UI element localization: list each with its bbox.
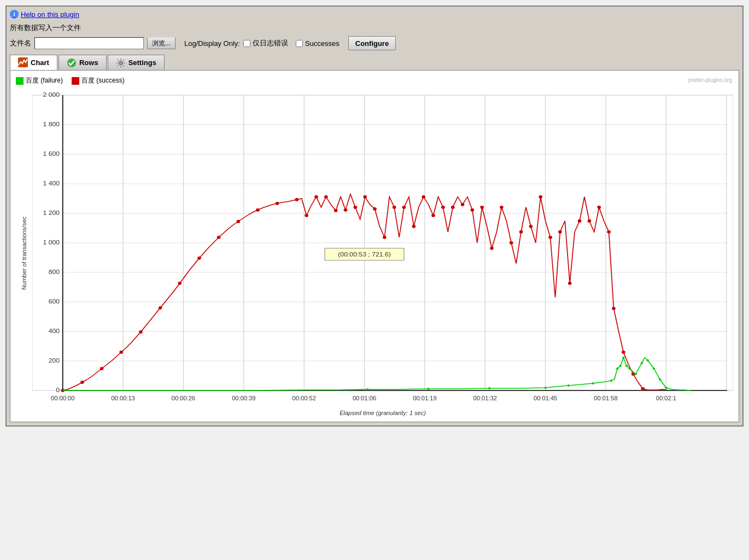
svg-text:00:01:58: 00:01:58 xyxy=(594,395,617,401)
svg-point-93 xyxy=(568,282,572,285)
checkbox-success-item[interactable]: Successes xyxy=(296,39,340,48)
checkbox-group: 仅日志错误 Successes xyxy=(243,38,340,48)
svg-point-113 xyxy=(628,368,630,370)
svg-point-117 xyxy=(653,368,655,370)
x-axis-label: Elapsed time (granularity: 1 sec) xyxy=(32,410,733,416)
svg-point-73 xyxy=(373,207,377,211)
tab-rows-label: Rows xyxy=(79,59,98,67)
svg-point-66 xyxy=(305,214,308,217)
svg-text:00:00:39: 00:00:39 xyxy=(232,395,255,401)
svg-point-83 xyxy=(471,208,475,212)
svg-text:(00:00:53 ; 721.6): (00:00:53 ; 721.6) xyxy=(338,251,391,258)
tab-settings-label: Settings xyxy=(128,59,156,67)
help-link[interactable]: i Help on this plugin xyxy=(10,10,739,19)
tab-settings[interactable]: Settings xyxy=(108,55,165,70)
svg-point-70 xyxy=(344,208,348,212)
svg-text:1 400: 1 400 xyxy=(43,180,60,186)
svg-point-84 xyxy=(480,206,484,209)
svg-point-81 xyxy=(451,206,455,209)
svg-point-55 xyxy=(100,367,104,370)
chart-panel: jmeter-plugins.org 百度 (failure) 百度 (succ… xyxy=(10,70,739,422)
svg-text:1 200: 1 200 xyxy=(43,209,60,216)
svg-point-110 xyxy=(619,365,622,367)
svg-point-97 xyxy=(607,230,611,234)
svg-point-4 xyxy=(120,62,122,64)
rows-tab-icon xyxy=(67,58,77,68)
section-title: 所有数据写入一个文件 xyxy=(10,23,739,33)
svg-text:00:00:26: 00:00:26 xyxy=(172,395,195,401)
chart-legend: 百度 (failure) 百度 (success) xyxy=(16,76,733,85)
tabs-row: Chart Rows Settings xyxy=(10,55,739,70)
svg-point-109 xyxy=(616,368,618,370)
legend-success: 百度 (success) xyxy=(72,76,125,85)
svg-point-79 xyxy=(431,214,435,217)
svg-point-65 xyxy=(295,198,299,201)
svg-point-69 xyxy=(334,209,338,212)
svg-point-82 xyxy=(461,203,465,206)
svg-point-54 xyxy=(80,381,84,384)
checkbox-success-label: Successes xyxy=(305,39,340,48)
svg-text:1 800: 1 800 xyxy=(43,121,60,127)
tab-chart-label: Chart xyxy=(31,59,49,67)
svg-point-104 xyxy=(488,387,490,389)
chart-tab-icon xyxy=(18,57,28,67)
info-icon: i xyxy=(10,10,19,19)
svg-point-75 xyxy=(393,206,396,209)
svg-point-91 xyxy=(548,236,552,239)
svg-point-102 xyxy=(366,388,368,390)
y-axis-label: Number of transactions/sec xyxy=(21,217,27,290)
svg-point-85 xyxy=(490,247,494,250)
svg-point-60 xyxy=(197,256,201,260)
svg-point-92 xyxy=(558,230,562,234)
main-panel: i Help on this plugin 所有数据写入一个文件 文件名 浏览.… xyxy=(5,5,744,427)
svg-text:00:02:1: 00:02:1 xyxy=(656,395,676,401)
checkbox-success[interactable] xyxy=(296,40,303,47)
tab-rows[interactable]: Rows xyxy=(58,55,107,70)
svg-point-101 xyxy=(641,387,645,390)
svg-point-86 xyxy=(500,206,504,209)
configure-button[interactable]: Configure xyxy=(348,36,396,50)
legend-success-color xyxy=(72,77,79,85)
browse-button[interactable]: 浏览... xyxy=(147,37,175,49)
svg-text:1 000: 1 000 xyxy=(43,239,60,246)
legend-failure-color xyxy=(16,77,24,85)
svg-point-119 xyxy=(665,387,667,389)
svg-text:00:01:32: 00:01:32 xyxy=(473,395,497,401)
svg-point-68 xyxy=(324,195,328,199)
svg-point-87 xyxy=(510,241,513,244)
watermark: jmeter-plugins.org xyxy=(688,77,732,83)
svg-text:400: 400 xyxy=(49,328,60,334)
svg-point-63 xyxy=(256,208,260,212)
svg-point-78 xyxy=(422,195,425,199)
svg-point-67 xyxy=(314,195,318,199)
svg-point-99 xyxy=(622,351,625,354)
checkbox-errors[interactable] xyxy=(243,40,250,47)
svg-point-74 xyxy=(383,236,387,239)
svg-point-118 xyxy=(659,378,661,381)
svg-point-64 xyxy=(276,202,279,205)
svg-point-95 xyxy=(588,219,592,223)
checkbox-errors-item[interactable]: 仅日志错误 xyxy=(243,38,288,48)
log-display-label: Log/Display Only: xyxy=(184,39,240,48)
svg-point-89 xyxy=(529,225,533,228)
svg-text:0: 0 xyxy=(56,387,60,393)
svg-point-58 xyxy=(159,306,162,310)
settings-tab-icon xyxy=(116,58,126,68)
svg-point-105 xyxy=(544,387,546,389)
svg-point-103 xyxy=(427,388,429,390)
svg-point-94 xyxy=(578,219,582,223)
tab-chart[interactable]: Chart xyxy=(10,55,57,70)
filename-input[interactable] xyxy=(34,37,144,49)
svg-point-111 xyxy=(622,357,624,359)
svg-point-76 xyxy=(402,206,406,209)
svg-point-80 xyxy=(441,206,445,209)
svg-point-57 xyxy=(139,330,143,334)
chart-svg: 0 200 400 600 800 1 000 1 200 1 400 1 60… xyxy=(32,90,733,407)
svg-text:200: 200 xyxy=(49,357,60,364)
svg-point-112 xyxy=(625,365,628,367)
svg-point-115 xyxy=(641,362,643,364)
svg-text:600: 600 xyxy=(49,298,60,305)
svg-text:00:00:13: 00:00:13 xyxy=(111,395,134,401)
svg-point-90 xyxy=(539,195,542,199)
legend-failure-label: 百度 (failure) xyxy=(26,76,63,85)
